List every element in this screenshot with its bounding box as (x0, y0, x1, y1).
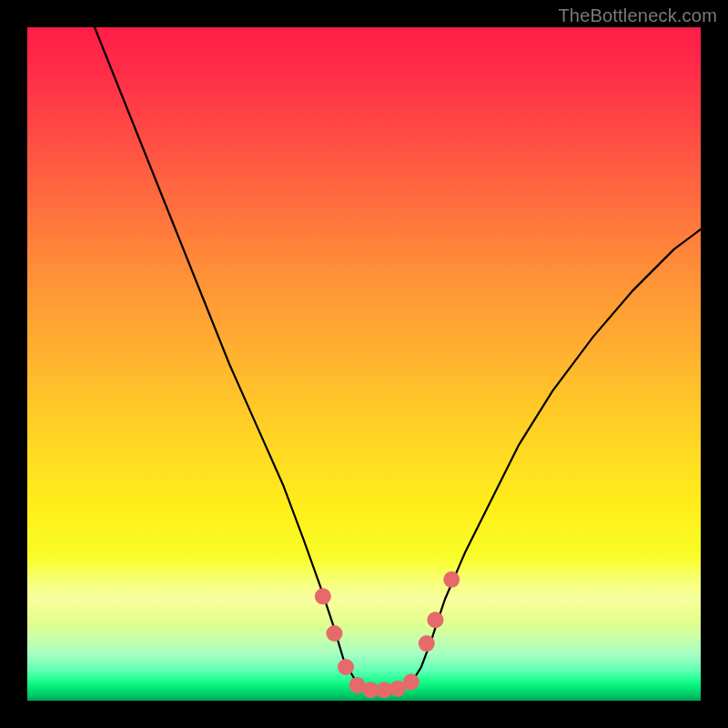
chart-stage: TheBottleneck.com (0, 0, 728, 728)
highlight-dot (427, 612, 443, 628)
highlight-dot (443, 571, 460, 588)
highlight-dots (315, 571, 460, 698)
plot-area (27, 27, 701, 701)
highlight-dot (419, 635, 435, 652)
watermark-text: TheBottleneck.com (558, 5, 717, 26)
highlight-dot (326, 625, 342, 642)
highlight-dot (403, 673, 420, 690)
curve-layer (27, 27, 701, 701)
highlight-dot (315, 588, 331, 604)
bottleneck-curve (95, 27, 701, 690)
highlight-dot (338, 659, 354, 675)
